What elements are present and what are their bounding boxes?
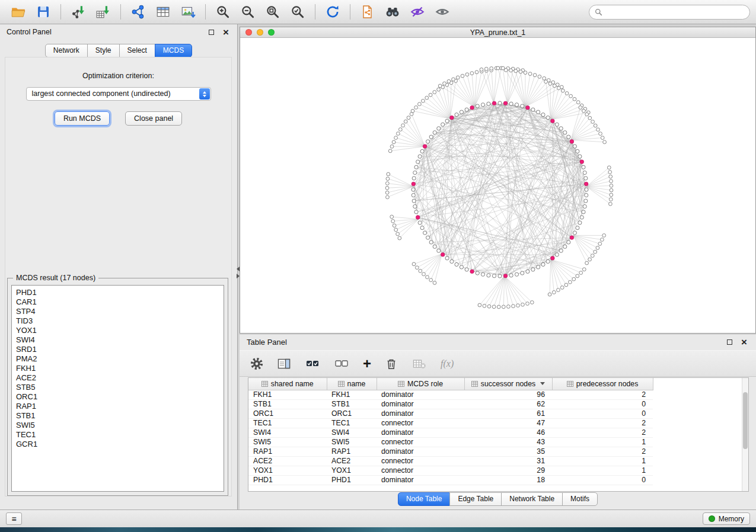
- mcds-result-node[interactable]: TID3: [16, 316, 219, 326]
- table-row[interactable]: STB1 STB1 dominator 62 0: [248, 399, 653, 409]
- column-header-name[interactable]: name: [327, 378, 377, 390]
- cell-successor-nodes: 47: [464, 418, 552, 428]
- apply-layout-button[interactable]: [320, 2, 345, 21]
- cell-mcds-role: connector: [377, 456, 464, 466]
- table-settings-button[interactable]: [250, 357, 263, 370]
- zoom-in-button[interactable]: [210, 2, 235, 21]
- tab-select[interactable]: Select: [119, 44, 155, 57]
- mcds-result-node[interactable]: STB1: [16, 411, 219, 421]
- table-row[interactable]: SWI4 SWI4 dominator 46 2: [248, 428, 653, 437]
- cell-mcds-role: connector: [377, 418, 464, 428]
- tab-edge-table[interactable]: Edge Table: [449, 492, 502, 506]
- zoom-out-icon: [240, 4, 256, 20]
- zoom-out-button[interactable]: [235, 2, 260, 21]
- cell-name: ACE2: [327, 456, 377, 466]
- network-search-field[interactable]: [589, 5, 750, 20]
- mcds-result-node[interactable]: ORC1: [16, 392, 219, 402]
- column-header-predecessor-nodes[interactable]: predecessor nodes: [552, 378, 653, 390]
- column-header-shared-name[interactable]: shared name: [248, 378, 327, 390]
- table-toolbar: + f(x): [240, 350, 756, 377]
- memory-button[interactable]: Memory: [703, 512, 750, 525]
- table-row[interactable]: RAP1 RAP1 dominator 35 2: [248, 447, 653, 456]
- mcds-result-node[interactable]: FKH1: [16, 364, 219, 373]
- table-panel-header: Table Panel ×: [240, 335, 756, 349]
- mcds-result-node[interactable]: SWI4: [16, 335, 219, 345]
- mcds-result-node[interactable]: ACE2: [16, 373, 219, 383]
- show-graphics-details-button[interactable]: [430, 2, 455, 21]
- search-network-button[interactable]: [380, 2, 405, 21]
- show-columns-button[interactable]: [277, 357, 291, 371]
- window-close-button[interactable]: [245, 29, 252, 36]
- create-column-button[interactable]: +: [363, 358, 371, 370]
- new-network-button[interactable]: [126, 2, 151, 21]
- tab-style[interactable]: Style: [87, 44, 120, 57]
- mcds-result-node[interactable]: GCR1: [16, 440, 219, 449]
- zoom-fit-button[interactable]: [260, 2, 285, 21]
- float-panel-button[interactable]: [206, 27, 216, 37]
- tab-node-table[interactable]: Node Table: [398, 492, 451, 506]
- tab-mcds[interactable]: MCDS: [155, 44, 192, 57]
- table-row[interactable]: PHD1 PHD1 dominator 18 0: [248, 475, 653, 485]
- mcds-result-node[interactable]: YOX1: [16, 326, 219, 335]
- binoculars-icon: [384, 4, 401, 20]
- deselect-all-columns-button[interactable]: [334, 357, 349, 371]
- search-input[interactable]: [606, 8, 744, 16]
- table-row[interactable]: YOX1 YOX1 connector 29 1: [248, 466, 653, 475]
- close-panel-button[interactable]: ×: [221, 27, 231, 37]
- table-row[interactable]: ORC1 ORC1 dominator 61 0: [248, 409, 653, 418]
- mcds-result-node[interactable]: PMA2: [16, 354, 219, 364]
- mcds-result-node[interactable]: PHD1: [16, 288, 219, 297]
- network-canvas[interactable]: [240, 38, 755, 333]
- scrollbar-thumb[interactable]: [743, 392, 748, 449]
- delete-column-button[interactable]: [385, 357, 398, 371]
- search-icon: [595, 8, 602, 16]
- open-file-button[interactable]: [6, 2, 31, 21]
- export-image-button[interactable]: [176, 2, 200, 21]
- hide-annotations-button[interactable]: [405, 2, 430, 21]
- mcds-result-node[interactable]: SWI5: [16, 421, 219, 430]
- close-table-panel-button[interactable]: ×: [739, 337, 749, 347]
- select-all-columns-button[interactable]: [305, 357, 320, 371]
- new-table-button[interactable]: [151, 2, 176, 21]
- cell-name: TEC1: [327, 418, 377, 428]
- zoom-selected-button[interactable]: [285, 2, 310, 21]
- tab-motifs[interactable]: Motifs: [562, 492, 598, 506]
- mcds-result-node[interactable]: STB5: [16, 383, 219, 392]
- table-scrollbar[interactable]: [742, 378, 748, 491]
- hamburger-icon: ≡: [11, 515, 16, 523]
- import-table-button[interactable]: [91, 2, 116, 21]
- show-panels-button[interactable]: ≡: [6, 512, 22, 525]
- table-row[interactable]: FKH1 FKH1 dominator 96 2: [248, 390, 653, 399]
- node-table: shared name name MCDS role successor nod…: [248, 377, 749, 492]
- close-panel-button-mcds[interactable]: Close panel: [125, 111, 182, 126]
- cell-shared-name: FKH1: [248, 390, 327, 399]
- apply-layout-refresh-icon: [325, 4, 340, 20]
- tab-network-table[interactable]: Network Table: [501, 492, 563, 506]
- column-header-mcds-role[interactable]: MCDS role: [377, 378, 464, 390]
- window-minimize-button[interactable]: [257, 29, 263, 36]
- mcds-result-node[interactable]: CAR1: [16, 297, 219, 307]
- mcds-result-node[interactable]: STP4: [16, 307, 219, 316]
- toolbar-separator: [350, 4, 350, 20]
- desktop-wallpaper-strip: [0, 527, 756, 532]
- table-row[interactable]: SWI5 SWI5 connector 43 1: [248, 437, 653, 447]
- mcds-result-node[interactable]: TEC1: [16, 430, 219, 440]
- window-zoom-button[interactable]: [268, 29, 275, 36]
- control-panel-header: Control Panel ×: [0, 24, 237, 40]
- network-window-titlebar[interactable]: YPA_prune.txt_1: [240, 27, 755, 38]
- tab-network[interactable]: Network: [45, 44, 88, 57]
- table-row[interactable]: TEC1 TEC1 connector 47 2: [248, 418, 653, 428]
- run-mcds-button[interactable]: Run MCDS: [55, 111, 110, 126]
- share-document-button[interactable]: [355, 2, 380, 21]
- column-header-successor-nodes[interactable]: successor nodes: [464, 378, 552, 390]
- import-network-button[interactable]: [66, 2, 91, 21]
- save-session-button[interactable]: [31, 2, 56, 21]
- mcds-result-node[interactable]: SRD1: [16, 345, 219, 354]
- table-row[interactable]: ACE2 ACE2 connector 31 1: [248, 456, 653, 466]
- status-bar: ≡ Memory: [0, 509, 756, 527]
- float-table-panel-button[interactable]: [725, 337, 734, 347]
- cell-name: SWI4: [327, 428, 377, 437]
- mcds-result-node[interactable]: RAP1: [16, 402, 219, 411]
- mcds-result-list[interactable]: PHD1CAR1STP4TID3YOX1SWI4SRD1PMA2FKH1ACE2…: [11, 285, 224, 492]
- criterion-dropdown[interactable]: largest connected component (undirected): [26, 87, 211, 101]
